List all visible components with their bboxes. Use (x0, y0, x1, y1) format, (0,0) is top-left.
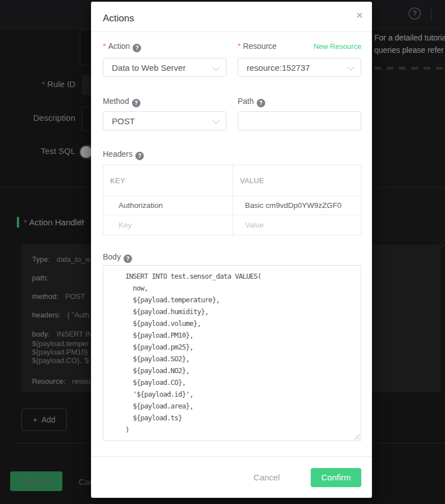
headers-table: KEY VALUE (103, 165, 361, 235)
toggle-knob-icon (80, 146, 92, 158)
required-mark: * (42, 79, 45, 89)
help-icon[interactable]: ? (132, 99, 140, 107)
method-select[interactable]: POST (103, 111, 226, 130)
action-label: *Action? (103, 42, 141, 51)
tutorial-text: For a detailed tutorial queries please r… (374, 31, 445, 56)
required-mark: * (103, 42, 106, 51)
header-value-input[interactable] (233, 201, 362, 210)
headers-label: Headers? (103, 149, 144, 159)
path-input[interactable] (238, 111, 361, 130)
summary-type: Type:data_to_w (32, 255, 90, 264)
resource-label: *Resource (238, 42, 276, 51)
summary-body: body:INSERT IN (32, 330, 93, 338)
summary-method: method:POST (32, 292, 85, 301)
required-mark: * (24, 217, 27, 227)
header-row-value-cell[interactable] (233, 196, 362, 215)
action-select-value: Data to Web Server (112, 63, 185, 72)
help-icon[interactable]: ? (133, 44, 141, 52)
header-row-key-cell[interactable] (103, 196, 233, 215)
header-key-input[interactable] (103, 201, 233, 210)
rule-id-label: *Rule ID (0, 79, 75, 89)
action-select[interactable]: Data to Web Server (103, 58, 226, 77)
screen: ? For a detailed tutorial queries please… (0, 0, 445, 504)
summary-body-line: ${payload.CO}, '$ (32, 356, 89, 365)
chevron-down-icon (212, 117, 220, 124)
summary-body-line: ${payload.temper (32, 339, 89, 348)
add-action-button[interactable]: +Add (21, 408, 67, 431)
summary-resource: Resource:resou (32, 377, 90, 385)
header-new-value-input[interactable] (233, 220, 362, 230)
path-label: Path? (238, 97, 265, 106)
summary-body-line: ${payload.PM10} (32, 348, 88, 356)
plus-icon: + (33, 415, 37, 424)
actions-modal: Actions × *Action? *Resource New Resourc… (91, 2, 372, 498)
method-select-value: POST (112, 116, 135, 126)
chevron-down-icon (347, 63, 355, 71)
action-handler-label: *Action Handler (24, 217, 84, 227)
help-icon[interactable]: ? (124, 255, 132, 263)
modal-footer: Cancel Confirm (91, 456, 372, 498)
description-label: Description (0, 113, 75, 122)
skeleton-dashes (374, 67, 445, 70)
headers-value-column: VALUE (233, 165, 362, 196)
tutorial-line-2: queries please refer to (374, 44, 445, 56)
header-new-key-cell[interactable] (103, 215, 233, 235)
action-handler-hint: P (79, 218, 84, 227)
summary-path: path: (32, 274, 55, 282)
help-panel (372, 29, 445, 243)
confirm-button[interactable]: Confirm (311, 468, 361, 487)
header-divider (431, 7, 432, 21)
cancel-button[interactable]: Cancel (250, 472, 283, 483)
modal-header-divider (91, 31, 372, 32)
header-new-value-cell[interactable] (233, 215, 362, 235)
method-label: Method? (103, 97, 140, 106)
body-textarea[interactable]: INSERT INTO test.sensor_data VALUES( now… (103, 265, 361, 441)
close-icon[interactable]: × (356, 9, 363, 21)
headers-key-column: KEY (103, 165, 233, 196)
chevron-down-icon (212, 63, 220, 71)
summary-headers: headers:{ "Auth (32, 311, 89, 319)
help-icon[interactable]: ? (135, 152, 144, 160)
test-sql-label: Test SQL (0, 146, 75, 156)
section-accent-bar (17, 217, 19, 228)
resource-select-value: resource:152737 (247, 63, 310, 72)
modal-title: Actions (103, 13, 134, 24)
new-resource-link[interactable]: New Resource (314, 42, 361, 51)
body-label: Body? (103, 252, 132, 262)
resource-select[interactable]: resource:152737 (238, 58, 361, 77)
tutorial-line-1: For a detailed tutorial (374, 31, 445, 44)
required-mark: * (238, 42, 240, 51)
help-icon[interactable]: ? (408, 7, 421, 20)
help-icon[interactable]: ? (257, 99, 265, 107)
header-new-key-input[interactable] (103, 220, 233, 230)
page-confirm-button[interactable]: Confirm (10, 471, 62, 491)
